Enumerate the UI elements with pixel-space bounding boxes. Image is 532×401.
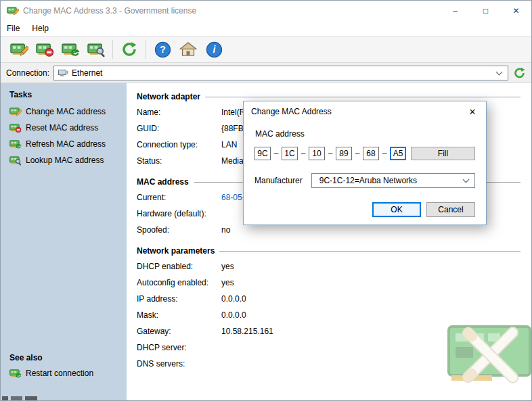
menu-bar: File Help [1, 21, 531, 36]
octet-separator: – [325, 149, 336, 158]
mac-octet-input-5[interactable] [363, 147, 379, 160]
mac-address-label: MAC address [255, 129, 475, 139]
see-also-header: See also [9, 353, 123, 362]
sidebar-item-label: Change MAC address [26, 107, 106, 116]
toolbar-separator [112, 40, 113, 59]
app-window: Change MAC Address 3.3 - Government lice… [0, 0, 532, 401]
app-icon [7, 5, 19, 16]
ok-button[interactable]: OK [372, 202, 421, 217]
refresh-mac-button[interactable] [58, 38, 83, 61]
about-button[interactable]: i [201, 38, 227, 61]
dialog-title: Change MAC Address [251, 107, 332, 116]
section-title: MAC address [137, 177, 189, 187]
property-label: Status: [137, 156, 221, 166]
refresh-mac-icon [9, 139, 22, 149]
mac-octet-input-1[interactable] [254, 147, 271, 160]
window-title: Change MAC Address 3.3 - Government lice… [23, 6, 196, 16]
maximize-button[interactable]: □ [470, 1, 501, 21]
manufacturer-combobox[interactable]: 9C-1C-12=Aruba Networks [311, 173, 475, 188]
property-label: Hardware (default): [137, 209, 221, 218]
home-button[interactable] [175, 38, 201, 61]
connection-value: Ethernet [72, 68, 102, 78]
sidebar-item-lookup-mac[interactable]: Lookup MAC address [9, 152, 123, 168]
property-label: Autoconfig enabled: [137, 278, 221, 287]
property-row: DNS servers: [137, 356, 520, 372]
tasks-header: Tasks [9, 90, 123, 99]
chevron-down-icon[interactable] [494, 72, 504, 74]
refresh-connection-icon [120, 41, 138, 57]
connection-refresh-button[interactable] [513, 67, 526, 79]
sidebar-item-reset-mac[interactable]: Reset MAC address [9, 120, 123, 136]
mac-octet-input-2[interactable] [282, 147, 298, 160]
menu-item-file[interactable]: File [7, 22, 25, 34]
section-divider [219, 251, 520, 252]
fill-button[interactable]: Fill [411, 147, 475, 160]
see-also-section: See also Restart connection [9, 353, 123, 381]
property-row: Autoconfig enabled: yes [137, 275, 520, 291]
property-value: 0.0.0.0 [221, 294, 246, 304]
property-value: no [221, 225, 230, 235]
change-mac-icon [9, 106, 22, 117]
mac-octet-row: – – – – – Fill [254, 147, 475, 160]
help-button[interactable]: ? [150, 38, 175, 61]
section-title: Network parameters [137, 246, 215, 256]
lookup-mac-icon [87, 41, 106, 57]
dialog-buttons: OK Cancel [254, 202, 475, 217]
section-divider [205, 97, 520, 97]
property-value: 0.0.0.0 [221, 310, 246, 320]
property-row: DHCP enabled: yes [137, 258, 520, 275]
title-bar[interactable]: Change MAC Address 3.3 - Government lice… [1, 1, 531, 21]
property-row: IP address: 0.0.0.0 [137, 291, 520, 307]
sidebar-item-label: Lookup MAC address [26, 156, 104, 165]
reset-mac-icon [36, 41, 54, 57]
property-label: Connection type: [137, 140, 221, 149]
toolbar: ? i [1, 36, 531, 63]
reset-mac-icon [9, 122, 22, 133]
octet-separator: – [352, 149, 363, 158]
sidebar-item-refresh-mac[interactable]: Refresh MAC address [9, 136, 123, 152]
sidebar-item-label: Refresh MAC address [26, 139, 106, 149]
minimize-button[interactable]: – [440, 1, 470, 21]
reset-mac-button[interactable] [32, 38, 58, 61]
menu-item-help[interactable]: Help [32, 22, 54, 34]
manufacturer-row: Manufacturer 9C-1C-12=Aruba Networks [254, 173, 475, 188]
property-row: DHCP server: [137, 339, 520, 356]
about-icon: i [206, 41, 223, 58]
dialog-close-button[interactable]: ✕ [459, 101, 486, 122]
property-row: Gateway: 10.58.215.161 [137, 323, 520, 339]
property-label: Mask: [137, 310, 221, 320]
toolbar-separator [146, 40, 146, 59]
restart-connection-icon [9, 368, 22, 379]
mac-octet-input-4[interactable] [336, 147, 352, 160]
refresh-connection-button[interactable] [116, 38, 142, 61]
property-label: GUID: [137, 124, 221, 133]
sidebar-item-change-mac[interactable]: Change MAC address [9, 103, 123, 120]
manufacturer-value: 9C-1C-12=Aruba Networks [319, 176, 417, 185]
change-mac-icon [10, 41, 28, 57]
dialog-body: MAC address – – – – – Fill Manufacturer … [244, 122, 486, 217]
property-label: Gateway: [137, 327, 221, 336]
change-mac-button[interactable] [6, 38, 32, 61]
connection-row: Connection: Ethernet [1, 63, 531, 83]
section-header: Network parameters [137, 243, 520, 258]
refresh-mac-icon [62, 41, 80, 57]
home-icon [179, 41, 197, 57]
dialog-title-bar[interactable]: Change MAC Address ✕ [244, 101, 486, 122]
property-value: 10.58.215.161 [221, 327, 273, 336]
lookup-mac-button[interactable] [83, 38, 109, 61]
window-controls: – □ ✕ [440, 1, 531, 21]
help-icon: ? [154, 41, 171, 58]
ethernet-adapter-icon [58, 69, 68, 77]
section-network-parameters: Network parameters DHCP enabled: yes Aut… [137, 243, 520, 372]
sidebar-item-restart-connection[interactable]: Restart connection [9, 365, 123, 381]
connection-label: Connection: [6, 68, 49, 78]
close-button[interactable]: ✕ [501, 1, 531, 21]
chevron-down-icon[interactable] [461, 179, 470, 182]
cancel-button[interactable]: Cancel [426, 202, 475, 217]
mac-octet-input-3[interactable] [309, 147, 325, 160]
mac-octet-input-6[interactable] [390, 147, 406, 160]
section-title: Network adapter [137, 92, 200, 101]
tasks-sidebar: Tasks Change MAC address Reset MAC ad [1, 83, 127, 400]
connection-combobox[interactable]: Ethernet [53, 66, 508, 80]
sidebar-item-label: Reset MAC address [26, 123, 98, 133]
